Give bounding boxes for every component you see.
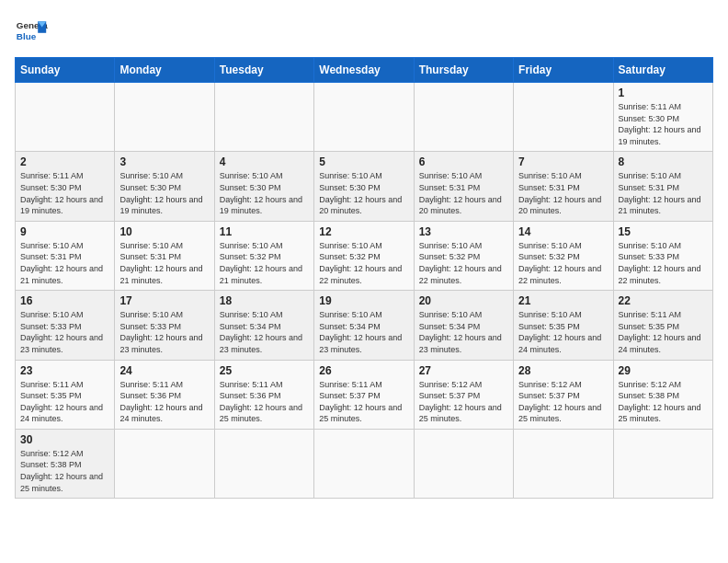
weekday-header-saturday: Saturday [613,58,712,83]
day-info: Sunrise: 5:10 AM Sunset: 5:31 PM Dayligh… [619,170,708,216]
day-number: 11 [220,225,309,238]
calendar-cell [314,429,414,498]
calendar-cell: 20Sunrise: 5:10 AM Sunset: 5:34 PM Dayli… [414,291,513,360]
day-number: 21 [518,294,608,307]
day-number: 23 [20,364,109,377]
calendar-row: 23Sunrise: 5:11 AM Sunset: 5:35 PM Dayli… [16,360,713,429]
calendar-cell: 3Sunrise: 5:10 AM Sunset: 5:30 PM Daylig… [115,152,214,221]
calendar-cell: 14Sunrise: 5:10 AM Sunset: 5:32 PM Dayli… [514,221,613,290]
day-info: Sunrise: 5:10 AM Sunset: 5:31 PM Dayligh… [20,240,109,286]
day-info: Sunrise: 5:11 AM Sunset: 5:30 PM Dayligh… [20,170,109,216]
day-number: 25 [220,364,309,377]
day-number: 15 [619,225,708,238]
weekday-header-monday: Monday [115,58,214,83]
day-info: Sunrise: 5:10 AM Sunset: 5:32 PM Dayligh… [419,240,508,286]
day-number: 20 [419,294,508,307]
calendar-cell [16,83,115,152]
day-info: Sunrise: 5:10 AM Sunset: 5:30 PM Dayligh… [220,170,309,216]
calendar-cell [514,429,613,498]
day-number: 13 [419,225,508,238]
calendar-cell: 26Sunrise: 5:11 AM Sunset: 5:37 PM Dayli… [314,360,414,429]
calendar-cell: 11Sunrise: 5:10 AM Sunset: 5:32 PM Dayli… [214,221,313,290]
day-number: 27 [419,364,508,377]
day-number: 22 [619,294,708,307]
day-number: 6 [419,155,508,168]
day-number: 30 [20,433,109,446]
calendar-row: 9Sunrise: 5:10 AM Sunset: 5:31 PM Daylig… [16,221,713,290]
day-info: Sunrise: 5:10 AM Sunset: 5:30 PM Dayligh… [319,170,408,216]
logo: General Blue [15,15,55,48]
calendar-cell: 24Sunrise: 5:11 AM Sunset: 5:36 PM Dayli… [115,360,214,429]
day-info: Sunrise: 5:11 AM Sunset: 5:30 PM Dayligh… [619,101,708,147]
calendar-cell [613,429,712,498]
day-info: Sunrise: 5:10 AM Sunset: 5:34 PM Dayligh… [419,309,508,355]
day-info: Sunrise: 5:11 AM Sunset: 5:37 PM Dayligh… [319,379,408,425]
day-info: Sunrise: 5:10 AM Sunset: 5:33 PM Dayligh… [119,309,209,355]
calendar-cell: 23Sunrise: 5:11 AM Sunset: 5:35 PM Dayli… [16,360,115,429]
weekday-header-wednesday: Wednesday [314,58,414,83]
day-info: Sunrise: 5:10 AM Sunset: 5:30 PM Dayligh… [119,170,209,216]
calendar-cell: 6Sunrise: 5:10 AM Sunset: 5:31 PM Daylig… [414,152,513,221]
weekday-header-row: SundayMondayTuesdayWednesdayThursdayFrid… [16,58,713,83]
calendar-cell: 8Sunrise: 5:10 AM Sunset: 5:31 PM Daylig… [613,152,712,221]
calendar-cell: 21Sunrise: 5:10 AM Sunset: 5:35 PM Dayli… [514,291,613,360]
day-number: 10 [119,225,209,238]
calendar-table: SundayMondayTuesdayWednesdayThursdayFrid… [15,57,713,499]
day-info: Sunrise: 5:11 AM Sunset: 5:36 PM Dayligh… [220,379,309,425]
header: General Blue [15,15,713,48]
day-info: Sunrise: 5:10 AM Sunset: 5:34 PM Dayligh… [220,309,309,355]
calendar-cell [414,83,513,152]
calendar-row: 1Sunrise: 5:11 AM Sunset: 5:30 PM Daylig… [16,83,713,152]
calendar-cell: 2Sunrise: 5:11 AM Sunset: 5:30 PM Daylig… [16,152,115,221]
calendar-cell [514,83,613,152]
calendar-cell: 28Sunrise: 5:12 AM Sunset: 5:37 PM Dayli… [514,360,613,429]
day-number: 5 [319,155,408,168]
calendar-cell: 12Sunrise: 5:10 AM Sunset: 5:32 PM Dayli… [314,221,414,290]
day-info: Sunrise: 5:12 AM Sunset: 5:37 PM Dayligh… [419,379,508,425]
calendar-body: 1Sunrise: 5:11 AM Sunset: 5:30 PM Daylig… [16,83,713,499]
day-info: Sunrise: 5:12 AM Sunset: 5:38 PM Dayligh… [619,379,708,425]
calendar-cell: 5Sunrise: 5:10 AM Sunset: 5:30 PM Daylig… [314,152,414,221]
day-number: 2 [20,155,109,168]
calendar-cell: 10Sunrise: 5:10 AM Sunset: 5:31 PM Dayli… [115,221,214,290]
day-number: 26 [319,364,408,377]
calendar-cell: 17Sunrise: 5:10 AM Sunset: 5:33 PM Dayli… [115,291,214,360]
day-number: 29 [619,364,708,377]
day-number: 4 [220,155,309,168]
calendar-cell: 4Sunrise: 5:10 AM Sunset: 5:30 PM Daylig… [214,152,313,221]
day-number: 7 [518,155,608,168]
calendar-cell: 22Sunrise: 5:11 AM Sunset: 5:35 PM Dayli… [613,291,712,360]
day-number: 9 [20,225,109,238]
calendar-cell: 1Sunrise: 5:11 AM Sunset: 5:30 PM Daylig… [613,83,712,152]
calendar-row: 2Sunrise: 5:11 AM Sunset: 5:30 PM Daylig… [16,152,713,221]
weekday-header-tuesday: Tuesday [214,58,313,83]
weekday-header-friday: Friday [514,58,613,83]
day-number: 19 [319,294,408,307]
calendar-cell: 29Sunrise: 5:12 AM Sunset: 5:38 PM Dayli… [613,360,712,429]
calendar-cell: 9Sunrise: 5:10 AM Sunset: 5:31 PM Daylig… [16,221,115,290]
calendar-cell: 18Sunrise: 5:10 AM Sunset: 5:34 PM Dayli… [214,291,313,360]
calendar-cell [115,83,214,152]
calendar-row: 16Sunrise: 5:10 AM Sunset: 5:33 PM Dayli… [16,291,713,360]
calendar-cell [214,83,313,152]
calendar-cell: 25Sunrise: 5:11 AM Sunset: 5:36 PM Dayli… [214,360,313,429]
day-number: 12 [319,225,408,238]
logo-icon: General Blue [15,15,48,48]
calendar-row: 30Sunrise: 5:12 AM Sunset: 5:38 PM Dayli… [16,429,713,498]
day-info: Sunrise: 5:12 AM Sunset: 5:38 PM Dayligh… [20,448,109,494]
day-number: 1 [619,86,708,99]
calendar-cell: 30Sunrise: 5:12 AM Sunset: 5:38 PM Dayli… [16,429,115,498]
calendar-cell: 19Sunrise: 5:10 AM Sunset: 5:34 PM Dayli… [314,291,414,360]
day-info: Sunrise: 5:10 AM Sunset: 5:33 PM Dayligh… [619,240,708,286]
day-info: Sunrise: 5:10 AM Sunset: 5:34 PM Dayligh… [319,309,408,355]
day-number: 3 [119,155,209,168]
day-info: Sunrise: 5:10 AM Sunset: 5:33 PM Dayligh… [20,309,109,355]
day-number: 17 [119,294,209,307]
day-number: 18 [220,294,309,307]
day-info: Sunrise: 5:10 AM Sunset: 5:35 PM Dayligh… [518,309,608,355]
calendar-cell [314,83,414,152]
day-info: Sunrise: 5:10 AM Sunset: 5:31 PM Dayligh… [419,170,508,216]
day-info: Sunrise: 5:10 AM Sunset: 5:32 PM Dayligh… [220,240,309,286]
day-info: Sunrise: 5:11 AM Sunset: 5:35 PM Dayligh… [619,309,708,355]
calendar-cell [214,429,313,498]
